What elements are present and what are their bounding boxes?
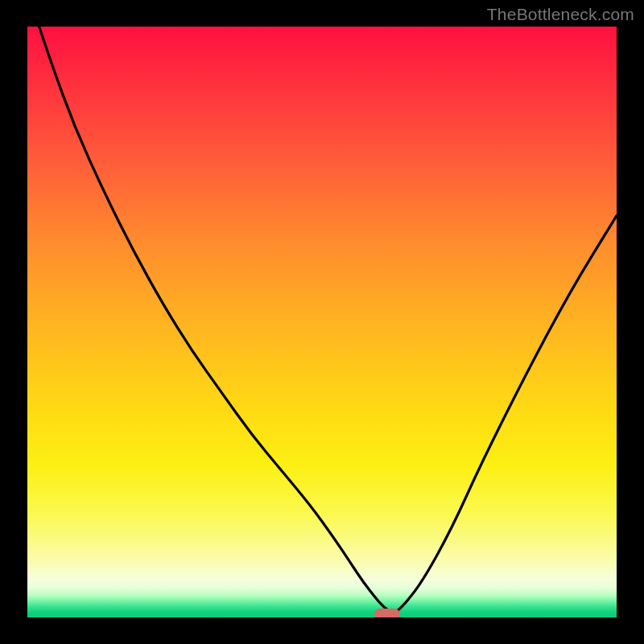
- chart-frame: TheBottleneck.com: [0, 0, 644, 644]
- watermark-text: TheBottleneck.com: [487, 5, 634, 24]
- bottleneck-curve: [27, 27, 617, 617]
- optimal-point-marker: [374, 609, 400, 617]
- plot-area: [27, 27, 617, 617]
